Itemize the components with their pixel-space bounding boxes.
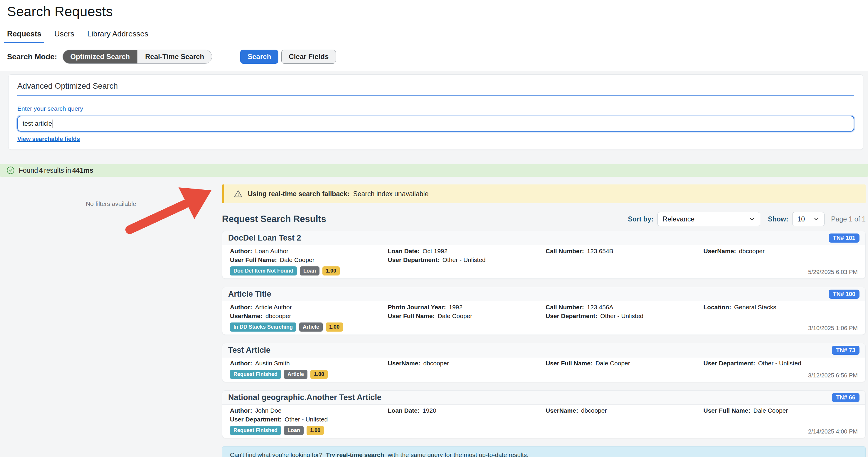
found-middle: results in bbox=[44, 166, 71, 175]
page-info: Page 1 of 1 bbox=[831, 215, 866, 223]
status-badge: Loan bbox=[284, 426, 304, 435]
result-field: Call Number:123.456A bbox=[546, 304, 700, 311]
tn-badge: TN# 73 bbox=[832, 346, 860, 355]
result-field: Call Number:123.654B bbox=[546, 248, 700, 255]
field-value: Article Author bbox=[255, 304, 292, 311]
result-count: 4 bbox=[39, 166, 43, 175]
result-meta-row: Request FinishedLoan1.002/14/2025 4:00 P… bbox=[230, 426, 858, 435]
real-time-search-toggle[interactable]: Real-Time Search bbox=[137, 50, 212, 63]
field-value: Dale Cooper bbox=[437, 312, 472, 319]
suggestion-prefix: Can't find what you're looking for? bbox=[230, 451, 322, 457]
result-card-body: Author:Article AuthorPhoto Journal Year:… bbox=[222, 301, 865, 335]
optimized-search-toggle[interactable]: Optimized Search bbox=[63, 50, 138, 63]
status-badge: 1.00 bbox=[307, 426, 324, 435]
show-label: Show: bbox=[768, 215, 788, 223]
result-timestamp: 3/10/2025 1:06 PM bbox=[808, 325, 858, 332]
field-value: Loan Author bbox=[255, 248, 288, 255]
result-timestamp: 3/12/2025 6:56 PM bbox=[808, 372, 858, 379]
view-searchable-fields-link[interactable]: View searchable fields bbox=[17, 136, 80, 143]
result-meta-row: Doc Del Item Not FoundLoan1.005/29/2025 … bbox=[230, 266, 858, 275]
filters-sidebar: No filters available bbox=[0, 177, 222, 207]
field-value: Austin Smith bbox=[255, 360, 290, 367]
result-field: User Department:Other - Unlisted bbox=[546, 312, 700, 319]
field-label: Call Number: bbox=[546, 304, 584, 311]
result-field: UserName:dbcooper bbox=[388, 360, 542, 367]
field-label: UserName: bbox=[704, 248, 736, 255]
result-field: Author:John Doe bbox=[230, 407, 384, 414]
sort-select[interactable]: Relevance bbox=[657, 212, 760, 226]
results-list: DocDel Loan Test 2TN# 101Author:Loan Aut… bbox=[222, 231, 866, 438]
no-filters-text: No filters available bbox=[86, 200, 136, 207]
status-badge: 1.00 bbox=[310, 370, 328, 379]
result-title: Test Article bbox=[228, 346, 271, 355]
field-value: dbcooper bbox=[266, 312, 291, 319]
try-realtime-search-link[interactable]: Try real-time search bbox=[326, 451, 384, 457]
field-label: User Department: bbox=[704, 360, 755, 367]
field-value: Dale Cooper bbox=[595, 360, 630, 367]
status-badge: In DD Stacks Searching bbox=[230, 323, 296, 332]
field-label: UserName: bbox=[388, 360, 421, 367]
status-badge: 1.00 bbox=[322, 266, 340, 275]
advanced-search-panel: Advanced Optimized Search Enter your sea… bbox=[8, 74, 863, 150]
field-label: Author: bbox=[230, 248, 252, 255]
result-timestamp: 2/14/2025 4:00 PM bbox=[808, 428, 858, 435]
field-label: User Department: bbox=[546, 312, 597, 319]
tab-library-addresses[interactable]: Library Addresses bbox=[87, 29, 148, 43]
page-title: Search Requests bbox=[7, 3, 861, 20]
tn-badge: TN# 66 bbox=[832, 393, 860, 402]
show-select[interactable]: 10 bbox=[792, 212, 825, 226]
result-card-header: Test ArticleTN# 73 bbox=[222, 343, 865, 358]
field-label: Loan Date: bbox=[388, 407, 420, 414]
result-field: UserName:dbcooper bbox=[230, 312, 384, 319]
result-card[interactable]: DocDel Loan Test 2TN# 101Author:Loan Aut… bbox=[222, 231, 866, 279]
field-value: Other - Unlisted bbox=[600, 312, 643, 319]
result-title: National geographic.Another Test Article bbox=[228, 393, 381, 402]
status-badge: Doc Del Item Not Found bbox=[230, 266, 297, 275]
search-button[interactable]: Search bbox=[240, 50, 278, 64]
field-label: User Full Name: bbox=[230, 256, 277, 264]
check-circle-icon bbox=[6, 166, 15, 175]
field-value: dbcooper bbox=[581, 407, 607, 414]
status-badges: Doc Del Item Not FoundLoan1.00 bbox=[230, 266, 340, 275]
tab-users[interactable]: Users bbox=[54, 29, 74, 43]
result-card[interactable]: National geographic.Another Test Article… bbox=[222, 390, 866, 438]
result-meta-row: Request FinishedArticle1.003/12/2025 6:5… bbox=[230, 370, 858, 379]
results-heading: Request Search Results bbox=[222, 214, 326, 224]
result-field: Author:Article Author bbox=[230, 304, 384, 311]
sort-value: Relevance bbox=[662, 215, 694, 223]
field-value: General Stacks bbox=[734, 304, 776, 311]
tab-bar: Requests Users Library Addresses bbox=[7, 29, 861, 43]
field-label: User Department: bbox=[388, 256, 440, 264]
result-field: User Department:Other - Unlisted bbox=[704, 360, 858, 367]
result-card-header: DocDel Loan Test 2TN# 101 bbox=[222, 231, 865, 245]
field-value: Dale Cooper bbox=[753, 407, 788, 414]
result-title: DocDel Loan Test 2 bbox=[228, 234, 301, 243]
tn-badge: TN# 101 bbox=[829, 234, 860, 243]
results-found-banner: Found 4 results in 441ms bbox=[0, 164, 868, 177]
search-query-input[interactable]: test article bbox=[17, 116, 854, 131]
result-field: Loan Date:Oct 1992 bbox=[388, 248, 542, 255]
field-value: 123.456A bbox=[587, 304, 613, 311]
warning-triangle-icon bbox=[234, 189, 243, 198]
clear-fields-button[interactable]: Clear Fields bbox=[281, 50, 336, 64]
result-card-header: National geographic.Another Test Article… bbox=[222, 391, 865, 405]
field-value: Other - Unlisted bbox=[758, 360, 801, 367]
search-mode-label: Search Mode: bbox=[7, 52, 57, 61]
field-value: Other - Unlisted bbox=[284, 416, 328, 423]
result-field: User Full Name:Dale Cooper bbox=[230, 256, 384, 264]
found-prefix: Found bbox=[19, 166, 38, 175]
result-card[interactable]: Article TitleTN# 100Author:Article Autho… bbox=[222, 287, 866, 335]
result-card-body: Author:Loan AuthorLoan Date:Oct 1992Call… bbox=[222, 245, 865, 278]
field-value: 123.654B bbox=[587, 248, 613, 255]
result-card[interactable]: Test ArticleTN# 73Author:Austin SmithUse… bbox=[222, 343, 866, 382]
tab-requests[interactable]: Requests bbox=[4, 29, 44, 43]
field-value: John Doe bbox=[255, 407, 282, 414]
field-label: Author: bbox=[230, 360, 252, 367]
field-label: Location: bbox=[704, 304, 732, 311]
results-controls: Sort by: Relevance Show: 10 Page 1 of 1 bbox=[628, 212, 866, 226]
field-value: dbcooper bbox=[423, 360, 449, 367]
result-time: 441ms bbox=[72, 166, 93, 175]
show-value: 10 bbox=[797, 215, 805, 223]
search-mode-toggle: Optimized Search Real-Time Search bbox=[63, 50, 212, 64]
status-badge: Request Finished bbox=[230, 370, 281, 379]
